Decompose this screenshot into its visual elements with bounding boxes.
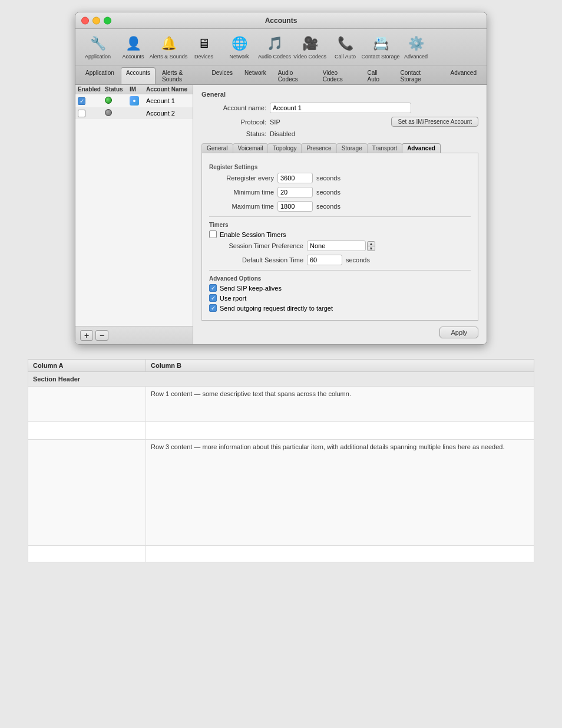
toolbar-devices-label: Devices <box>194 54 213 60</box>
min-time-input[interactable] <box>277 187 313 197</box>
min-time-unit: seconds <box>316 189 340 196</box>
col-name: Account Name <box>146 86 190 93</box>
toolbar-application[interactable]: 🔧 Application <box>81 32 114 61</box>
set-im-presence-button[interactable]: Set as IM/Presence Account <box>391 117 478 127</box>
sub-tab-advanced[interactable]: Advanced <box>402 143 441 153</box>
accounts-icon: 👤 <box>124 34 143 53</box>
toolbar-callauto-label: Call Auto <box>335 54 356 60</box>
enable-session-label: Enable Session Timers <box>220 231 286 238</box>
nav-tab-accounts[interactable]: Accounts <box>121 67 156 84</box>
general-section-title: General <box>201 91 478 98</box>
nav-tab-network[interactable]: Network <box>239 67 272 84</box>
account-1-name: Account 1 <box>146 97 190 104</box>
sub-tab-topology[interactable]: Topology <box>267 143 302 153</box>
sub-tab-presence[interactable]: Presence <box>301 143 336 153</box>
account-1-im-icon: ● <box>130 96 139 106</box>
left-panel-footer: + − <box>75 326 193 344</box>
col-enabled: Enabled <box>78 86 105 93</box>
max-time-unit: seconds <box>316 203 340 210</box>
send-sip-label: Send SIP keep-alives <box>220 285 282 292</box>
account-2-status-dot <box>105 109 112 116</box>
nav-tab-video[interactable]: Video Codecs <box>318 67 361 84</box>
account-1-checkbox[interactable]: ✓ <box>78 97 85 105</box>
doc-table-col-b: Column B <box>146 360 534 372</box>
toolbar-audio[interactable]: 🎵 Audio Codecs <box>258 32 291 61</box>
window-body: Enabled Status IM Account Name ✓ ● <box>75 85 487 344</box>
col-im: IM <box>130 86 146 93</box>
nav-tab-advanced2[interactable]: Advanced <box>445 67 482 84</box>
default-session-unit: seconds <box>346 256 370 263</box>
apply-button[interactable]: Apply <box>439 327 478 338</box>
nav-tab-alerts[interactable]: Alerts & Sounds <box>157 67 205 84</box>
account-name-row: Account name: <box>201 103 478 113</box>
maximize-button[interactable] <box>104 17 111 24</box>
default-session-row: Default Session Time seconds <box>209 255 471 265</box>
account-2-checkbox[interactable] <box>78 110 85 117</box>
use-rport-checkbox[interactable]: ✓ <box>209 294 217 302</box>
sub-tab-transport[interactable]: Transport <box>367 143 402 153</box>
account-row-2[interactable]: Account 2 <box>75 107 193 119</box>
table-cell-b3: Row 3 content — more information about t… <box>146 440 534 546</box>
send-outgoing-row: ✓ Send outgoing request directly to targ… <box>209 304 471 312</box>
max-time-input[interactable] <box>277 201 313 212</box>
timers-title: Timers <box>209 222 471 228</box>
toolbar-devices[interactable]: 🖥 Devices <box>187 32 220 61</box>
enable-session-checkbox[interactable] <box>209 230 217 238</box>
spinner-down-button[interactable]: ▼ <box>367 246 375 251</box>
default-session-input[interactable] <box>307 255 342 265</box>
nav-tab-audio[interactable]: Audio Codecs <box>273 67 316 84</box>
session-pref-input[interactable] <box>307 241 366 251</box>
sub-tab-voicemail[interactable]: Voicemail <box>233 143 269 153</box>
enable-session-row: Enable Session Timers <box>209 230 471 238</box>
contact-icon: 📇 <box>371 34 390 53</box>
sub-tab-storage[interactable]: Storage <box>336 143 368 153</box>
table-row: Row 3 content — more information about t… <box>28 440 534 546</box>
send-sip-checkbox[interactable]: ✓ <box>209 284 217 292</box>
toolbar-callauto[interactable]: 📞 Call Auto <box>329 32 362 61</box>
use-rport-label: Use rport <box>220 295 246 302</box>
send-outgoing-checkbox[interactable]: ✓ <box>209 304 217 312</box>
remove-account-button[interactable]: − <box>95 330 108 341</box>
sub-tab-general[interactable]: General <box>201 143 233 153</box>
window-title: Accounts <box>265 17 297 25</box>
table-row: Row 1 content — some descriptive text th… <box>28 387 534 422</box>
close-button[interactable] <box>81 17 89 24</box>
nav-tab-application[interactable]: Application <box>80 67 120 84</box>
toolbar-audio-label: Audio Codecs <box>258 54 291 60</box>
table-cell-b2 <box>146 422 534 440</box>
toolbar-video[interactable]: 🎥 Video Codecs <box>293 32 326 61</box>
account-name-input[interactable] <box>270 103 411 113</box>
table-section-header-cell: Section Header <box>28 372 534 387</box>
application-icon: 🔧 <box>88 34 107 53</box>
toolbar-advanced[interactable]: ⚙️ Advanced <box>399 32 432 61</box>
toolbar-accounts[interactable]: 👤 Accounts <box>117 32 150 61</box>
toolbar-network[interactable]: 🌐 Network <box>223 32 256 61</box>
toolbar: 🔧 Application 👤 Accounts 🔔 Alerts & Soun… <box>75 29 487 65</box>
table-section-header: Section Header <box>28 372 534 387</box>
alerts-icon: 🔔 <box>159 34 178 53</box>
toolbar-contact-label: Contact Storage <box>361 54 399 60</box>
reregister-input[interactable] <box>277 173 313 183</box>
minimize-button[interactable] <box>92 17 100 24</box>
table-cell-b4 <box>146 546 534 562</box>
video-icon: 🎥 <box>300 34 319 53</box>
doc-table: Column A Column B Section Header Row 1 c… <box>28 359 534 562</box>
doc-table-wrapper: Column A Column B Section Header Row 1 c… <box>28 359 534 562</box>
nav-tab-devices[interactable]: Devices <box>207 67 239 84</box>
session-pref-label: Session Timer Preference <box>209 242 303 249</box>
callauto-icon: 📞 <box>336 34 355 53</box>
nav-tabs: Application Accounts Alerts & Sounds Dev… <box>75 65 487 85</box>
table-cell-a3 <box>28 440 146 546</box>
protocol-row: Protocol: SIP Set as IM/Presence Account <box>201 117 478 127</box>
toolbar-contact[interactable]: 📇 Contact Storage <box>364 32 397 61</box>
toolbar-alerts[interactable]: 🔔 Alerts & Sounds <box>152 32 185 61</box>
add-account-button[interactable]: + <box>80 330 93 341</box>
account-row-1[interactable]: ✓ ● Account 1 <box>75 94 193 107</box>
sub-tabs: General Voicemail Topology Presence Stor… <box>201 143 478 153</box>
titlebar-buttons <box>81 17 111 24</box>
sub-tab-content: Register Settings Reregister every secon… <box>201 153 478 321</box>
min-time-label: Minimum time <box>209 189 274 196</box>
nav-tab-contact[interactable]: Contact Storage <box>395 67 444 84</box>
nav-tab-callauto[interactable]: Call Auto <box>362 67 394 84</box>
toolbar-advanced-label: Advanced <box>404 54 428 60</box>
